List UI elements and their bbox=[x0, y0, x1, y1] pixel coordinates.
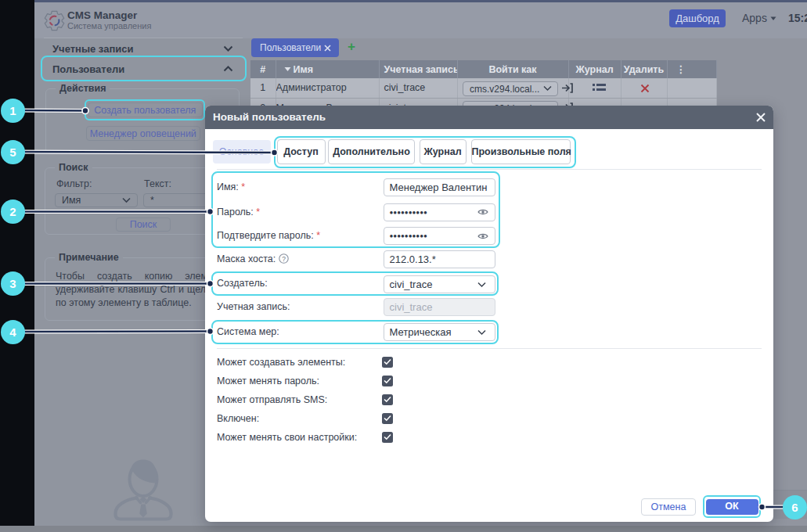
svg-text:?: ? bbox=[282, 255, 286, 263]
